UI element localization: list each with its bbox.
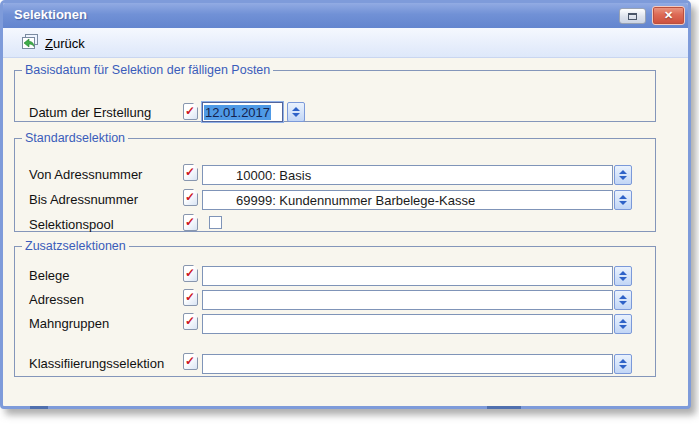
spin-up-icon[interactable] bbox=[619, 170, 627, 174]
selektionspool-enable-checkbox[interactable]: ✓ bbox=[183, 214, 198, 231]
back-icon bbox=[21, 34, 39, 53]
klassifiierungsselektion-enable-checkbox[interactable]: ✓ bbox=[183, 353, 198, 370]
group-zusatzselektionen: Zusatzselektionen Belege ✓ Adressen ✓ Ma… bbox=[14, 239, 656, 377]
bis-adressnummer-spinner[interactable] bbox=[614, 190, 632, 210]
creation-date-label: Datum der Erstellung bbox=[29, 105, 151, 120]
klassifiierungsselektion-spinner[interactable] bbox=[614, 354, 632, 374]
red-check-icon: ✓ bbox=[185, 290, 195, 305]
toolbar: Zurück bbox=[3, 28, 688, 58]
window-edge-artifact bbox=[487, 406, 521, 409]
spin-down-icon[interactable] bbox=[292, 113, 300, 117]
title-bar[interactable]: Selektionen ✕ bbox=[3, 3, 688, 28]
mahngruppen-spinner[interactable] bbox=[614, 314, 632, 334]
group-basisdatum-legend: Basisdatum für Selektion der fälligen Po… bbox=[22, 63, 273, 77]
close-button[interactable]: ✕ bbox=[652, 6, 685, 25]
von-adressnummer-field[interactable]: 10000: Basis bbox=[202, 165, 613, 185]
adressen-enable-checkbox[interactable]: ✓ bbox=[183, 289, 198, 306]
belege-enable-checkbox[interactable]: ✓ bbox=[183, 265, 198, 282]
belege-spinner[interactable] bbox=[614, 266, 632, 286]
spin-up-icon[interactable] bbox=[292, 107, 300, 111]
von-adressnummer-label: Von Adressnummer bbox=[29, 167, 142, 182]
bis-adressnummer-label: Bis Adressnummer bbox=[29, 192, 138, 207]
selektionspool-label: Selektionspool bbox=[29, 217, 114, 232]
window-title: Selektionen bbox=[14, 7, 87, 22]
spin-down-icon[interactable] bbox=[619, 201, 627, 205]
adressen-field[interactable] bbox=[202, 290, 613, 310]
group-standardselektion: Standardselektion Von Adressnummer ✓ 100… bbox=[14, 131, 656, 232]
creation-date-value: 12.01.2017 bbox=[204, 105, 271, 120]
belege-label: Belege bbox=[29, 268, 69, 283]
red-check-icon: ✓ bbox=[185, 354, 195, 369]
selektionen-dialog: Selektionen ✕ Zurück Basisdatum für Sele… bbox=[0, 0, 691, 409]
red-check-icon: ✓ bbox=[185, 165, 195, 180]
selektionspool-checkbox[interactable] bbox=[209, 216, 222, 229]
belege-field[interactable] bbox=[202, 266, 613, 286]
spin-down-icon[interactable] bbox=[619, 325, 627, 329]
von-adressnummer-value: 10000: Basis bbox=[236, 168, 311, 183]
mahngruppen-enable-checkbox[interactable]: ✓ bbox=[183, 313, 198, 330]
creation-date-spinner[interactable] bbox=[287, 102, 305, 122]
klassifiierungsselektion-field[interactable] bbox=[202, 354, 613, 374]
spin-up-icon[interactable] bbox=[619, 359, 627, 363]
klassifiierungsselektion-label: Klassifiierungsselektion bbox=[29, 356, 164, 371]
adressen-spinner[interactable] bbox=[614, 290, 632, 310]
close-icon: ✕ bbox=[664, 9, 673, 22]
creation-date-input[interactable]: 12.01.2017 bbox=[202, 102, 283, 122]
minimize-button[interactable] bbox=[619, 8, 646, 24]
bis-adressnummer-enable-checkbox[interactable]: ✓ bbox=[183, 189, 198, 206]
red-check-icon: ✓ bbox=[185, 266, 195, 281]
red-check-icon: ✓ bbox=[185, 215, 195, 230]
adressen-label: Adressen bbox=[29, 292, 84, 307]
creation-date-enable-checkbox[interactable]: ✓ bbox=[183, 103, 198, 120]
red-check-icon: ✓ bbox=[185, 104, 195, 119]
spin-down-icon[interactable] bbox=[619, 176, 627, 180]
spin-up-icon[interactable] bbox=[619, 271, 627, 275]
spin-up-icon[interactable] bbox=[619, 195, 627, 199]
spin-down-icon[interactable] bbox=[619, 277, 627, 281]
group-zusatzselektionen-legend: Zusatzselektionen bbox=[22, 239, 129, 253]
back-button[interactable]: Zurück bbox=[15, 31, 91, 55]
minimize-icon bbox=[628, 13, 637, 20]
spin-up-icon[interactable] bbox=[619, 295, 627, 299]
back-button-label: Zurück bbox=[45, 36, 85, 51]
mahngruppen-field[interactable] bbox=[202, 314, 613, 334]
window-edge-artifact bbox=[30, 406, 48, 409]
group-standardselektion-legend: Standardselektion bbox=[22, 131, 128, 145]
spin-up-icon[interactable] bbox=[619, 319, 627, 323]
red-check-icon: ✓ bbox=[185, 314, 195, 329]
red-check-icon: ✓ bbox=[185, 190, 195, 205]
von-adressnummer-enable-checkbox[interactable]: ✓ bbox=[183, 164, 198, 181]
bis-adressnummer-field[interactable]: 69999: Kundennummer Barbelege-Kasse bbox=[202, 190, 613, 210]
group-basisdatum: Basisdatum für Selektion der fälligen Po… bbox=[14, 63, 656, 122]
bis-adressnummer-value: 69999: Kundennummer Barbelege-Kasse bbox=[236, 193, 475, 208]
von-adressnummer-spinner[interactable] bbox=[614, 165, 632, 185]
spin-down-icon[interactable] bbox=[619, 301, 627, 305]
mahngruppen-label: Mahngruppen bbox=[29, 316, 109, 331]
spin-down-icon[interactable] bbox=[619, 365, 627, 369]
